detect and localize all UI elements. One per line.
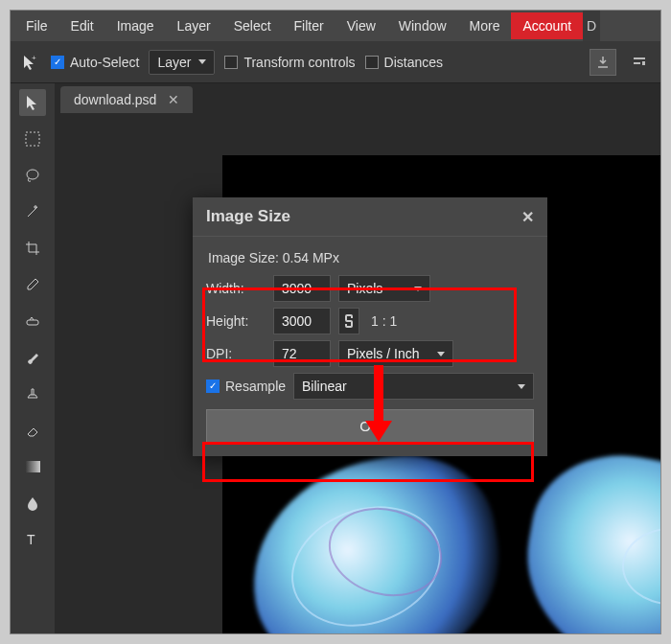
distances-checkbox[interactable]: Distances bbox=[365, 55, 443, 70]
svg-rect-1 bbox=[634, 58, 645, 59]
dropdown-value: Pixels / Inch bbox=[347, 346, 419, 361]
svg-rect-4 bbox=[26, 132, 39, 146]
dropdown-value: Pixels bbox=[347, 281, 382, 296]
auto-select-label: Auto-Select bbox=[70, 55, 139, 70]
link-aspect-icon[interactable] bbox=[338, 308, 359, 334]
align-button[interactable] bbox=[626, 49, 653, 76]
chevron-down-icon bbox=[518, 384, 525, 389]
clone-stamp-tool[interactable] bbox=[19, 380, 46, 407]
image-size-dialog: Image Size ✕ Image Size: 0.54 MPx Width:… bbox=[193, 197, 547, 456]
resample-method-dropdown[interactable]: Bilinear bbox=[293, 373, 534, 400]
menu-overflow[interactable]: D bbox=[583, 11, 600, 41]
healing-brush-tool[interactable] bbox=[19, 308, 46, 334]
distances-label: Distances bbox=[384, 55, 443, 70]
menu-account[interactable]: Account bbox=[511, 12, 583, 39]
close-icon[interactable]: ✕ bbox=[168, 92, 179, 107]
transform-controls-label: Transform controls bbox=[243, 55, 355, 70]
menu-layer[interactable]: Layer bbox=[166, 12, 222, 39]
menu-file[interactable]: File bbox=[14, 12, 59, 39]
chevron-down-icon bbox=[198, 59, 206, 64]
document-tab-bar: download.psd ✕ bbox=[55, 83, 660, 116]
document-tab[interactable]: download.psd ✕ bbox=[60, 86, 193, 113]
checkbox-icon bbox=[224, 56, 238, 69]
eraser-tool[interactable] bbox=[19, 417, 46, 444]
checkbox-icon bbox=[206, 380, 220, 393]
auto-select-target-dropdown[interactable]: Layer bbox=[149, 50, 215, 75]
blur-tool[interactable] bbox=[19, 490, 46, 517]
crop-tool[interactable] bbox=[19, 235, 46, 262]
ok-button[interactable]: OK bbox=[206, 409, 534, 443]
marquee-tool[interactable] bbox=[19, 126, 46, 152]
resample-label: Resample bbox=[225, 379, 286, 394]
chevron-down-icon bbox=[414, 287, 422, 291]
magic-wand-tool[interactable] bbox=[19, 198, 46, 225]
dropdown-value: Layer bbox=[157, 55, 191, 70]
svg-text:+: + bbox=[32, 54, 36, 62]
download-button[interactable] bbox=[590, 49, 616, 76]
menu-image[interactable]: Image bbox=[105, 12, 166, 39]
svg-rect-6 bbox=[27, 320, 38, 325]
type-tool[interactable]: T bbox=[19, 526, 46, 553]
menu-more[interactable]: More bbox=[458, 12, 512, 39]
height-input[interactable]: 3000 bbox=[273, 308, 331, 334]
menu-select[interactable]: Select bbox=[222, 12, 283, 39]
dialog-title: Image Size bbox=[206, 207, 290, 226]
checkbox-icon bbox=[51, 56, 64, 69]
document-tab-label: download.psd bbox=[74, 92, 156, 107]
move-tool[interactable] bbox=[19, 89, 46, 116]
menu-edit[interactable]: Edit bbox=[59, 12, 105, 39]
width-input[interactable]: 3000 bbox=[273, 275, 331, 302]
eyedropper-tool[interactable] bbox=[19, 271, 46, 298]
dpi-input[interactable]: 72 bbox=[273, 340, 331, 367]
close-icon[interactable]: ✕ bbox=[521, 208, 534, 226]
gradient-tool[interactable] bbox=[19, 453, 46, 480]
width-unit-dropdown[interactable]: Pixels bbox=[338, 275, 430, 302]
svg-rect-3 bbox=[642, 61, 645, 65]
transform-controls-checkbox[interactable]: Transform controls bbox=[224, 55, 355, 70]
menu-view[interactable]: View bbox=[336, 12, 387, 39]
svg-rect-2 bbox=[634, 62, 640, 64]
chevron-down-icon bbox=[437, 352, 445, 356]
height-label: Height: bbox=[206, 313, 266, 329]
resample-checkbox[interactable]: Resample bbox=[206, 379, 286, 394]
aspect-ratio: 1 : 1 bbox=[367, 313, 397, 329]
checkbox-icon bbox=[365, 56, 379, 69]
tool-sidebar: T bbox=[11, 83, 55, 633]
width-label: Width: bbox=[206, 281, 266, 296]
svg-point-5 bbox=[27, 170, 38, 179]
menu-filter[interactable]: Filter bbox=[283, 12, 336, 39]
dropdown-value: Bilinear bbox=[302, 379, 347, 394]
image-size-info: Image Size: 0.54 MPx bbox=[208, 250, 534, 265]
dpi-unit-dropdown[interactable]: Pixels / Inch bbox=[338, 340, 453, 367]
brush-tool[interactable] bbox=[19, 344, 46, 371]
auto-select-checkbox[interactable]: Auto-Select bbox=[51, 55, 139, 70]
menu-window[interactable]: Window bbox=[387, 12, 458, 39]
lasso-tool[interactable] bbox=[19, 162, 46, 189]
dpi-label: DPI: bbox=[206, 346, 266, 361]
options-bar: + Auto-Select Layer Transform controls D… bbox=[11, 41, 660, 83]
svg-rect-7 bbox=[25, 461, 40, 472]
move-tool-icon: + bbox=[18, 51, 41, 74]
menu-bar: File Edit Image Layer Select Filter View… bbox=[11, 11, 660, 41]
svg-text:T: T bbox=[27, 532, 35, 547]
